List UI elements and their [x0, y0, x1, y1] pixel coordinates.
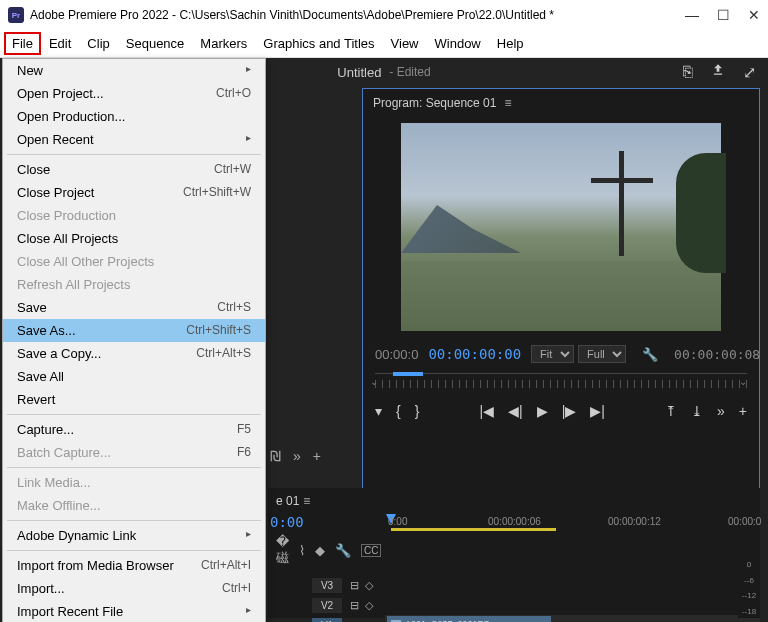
mark-in-icon[interactable]: {: [396, 403, 401, 419]
step-back-icon[interactable]: ◀|: [508, 403, 523, 419]
button-editor-icon[interactable]: +: [739, 403, 747, 419]
menu-item-make-offline: Make Offline...: [3, 494, 265, 517]
menu-help[interactable]: Help: [489, 32, 532, 55]
menu-sequence[interactable]: Sequence: [118, 32, 193, 55]
toggle-output-icon[interactable]: ⊟: [350, 599, 359, 612]
timeline-panel: e 01 ≡ 0:00 �磁 ⌇ ◆ 🔧 CC 0:00 00:00:: [268, 488, 760, 618]
menu-window[interactable]: Window: [427, 32, 489, 55]
fullscreen-icon[interactable]: ⤢: [743, 63, 756, 82]
menu-shortcut: Ctrl+Alt+S: [196, 346, 251, 361]
menu-item-close[interactable]: CloseCtrl+W: [3, 158, 265, 181]
video-clip[interactable]: A001_C037_0921FG: [387, 616, 551, 622]
source-insert-icon[interactable]: ₪: [270, 448, 281, 464]
marker-add-icon[interactable]: ▾: [375, 403, 382, 419]
menu-item-close-project[interactable]: Close ProjectCtrl+Shift+W: [3, 181, 265, 204]
menu-separator: [7, 550, 261, 551]
toggle-output-icon[interactable]: ⊟: [350, 579, 359, 592]
menu-item-save-as[interactable]: Save As...Ctrl+Shift+S: [3, 319, 265, 342]
quick-export-icon[interactable]: ⎘: [683, 63, 693, 82]
timeline-timecode[interactable]: 0:00: [268, 514, 388, 530]
submenu-arrow-icon: ▸: [246, 63, 251, 78]
workspace-tab[interactable]: Untitled: [337, 65, 381, 80]
menu-item-import-recent-file[interactable]: Import Recent File▸: [3, 600, 265, 622]
edited-indicator: - Edited: [389, 65, 430, 79]
menu-graphics-and-titles[interactable]: Graphics and Titles: [255, 32, 382, 55]
cc-icon[interactable]: CC: [361, 544, 381, 557]
menu-item-label: Open Production...: [17, 109, 125, 124]
menu-item-save-a-copy[interactable]: Save a Copy...Ctrl+Alt+S: [3, 342, 265, 365]
menu-item-label: Capture...: [17, 422, 74, 437]
lift-icon[interactable]: ⤒: [665, 403, 677, 419]
timeline-ruler[interactable]: 0:00 00:00:00:06 00:00:00:12 00:00:0: [388, 514, 760, 534]
menu-separator: [7, 414, 261, 415]
toggle-sync-icon[interactable]: ◇: [365, 579, 373, 592]
menu-markers[interactable]: Markers: [192, 32, 255, 55]
menu-item-adobe-dynamic-link[interactable]: Adobe Dynamic Link▸: [3, 524, 265, 547]
menu-item-import[interactable]: Import...Ctrl+I: [3, 577, 265, 600]
export-frame-icon[interactable]: »: [717, 403, 725, 419]
track-v3[interactable]: V3 ⊟◇: [268, 575, 760, 595]
menu-item-open-production[interactable]: Open Production...: [3, 105, 265, 128]
menu-item-label: Import...: [17, 581, 65, 596]
menu-clip[interactable]: Clip: [79, 32, 117, 55]
resolution-select[interactable]: Full: [578, 345, 626, 363]
menu-separator: [7, 154, 261, 155]
linked-selection-icon[interactable]: ⌇: [299, 543, 305, 558]
step-forward-icon[interactable]: |▶: [562, 403, 577, 419]
menu-item-close-all-projects[interactable]: Close All Projects: [3, 227, 265, 250]
toggle-output-icon[interactable]: ⊟: [350, 619, 359, 623]
program-scrubber[interactable]: ⌄⌄: [375, 373, 747, 393]
settings-wrench-icon[interactable]: 🔧: [642, 347, 658, 362]
timecode-duration: 00:00:00:08: [674, 347, 760, 362]
menu-item-label: Make Offline...: [17, 498, 101, 513]
menu-item-label: Revert: [17, 392, 55, 407]
extract-icon[interactable]: ⤓: [691, 403, 703, 419]
settings-icon[interactable]: 🔧: [335, 543, 351, 558]
minimize-button[interactable]: —: [685, 7, 699, 23]
timecode-left: 00:00:0: [375, 347, 418, 362]
menu-view[interactable]: View: [383, 32, 427, 55]
video-preview[interactable]: [401, 123, 721, 331]
menu-item-open-recent[interactable]: Open Recent▸: [3, 128, 265, 151]
close-button[interactable]: ✕: [748, 7, 760, 23]
menubar: FileEditClipSequenceMarkersGraphics and …: [0, 30, 768, 58]
toggle-sync-icon[interactable]: ◇: [365, 619, 373, 623]
menu-item-label: Save All: [17, 369, 64, 384]
menu-item-label: Open Recent: [17, 132, 94, 147]
menu-item-label: Import Recent File: [17, 604, 123, 619]
track-v1[interactable]: V1 ⊟◇ A001_C037_0921FG: [268, 615, 760, 622]
menu-item-batch-capture: Batch Capture...F6: [3, 441, 265, 464]
submenu-arrow-icon: ▸: [246, 132, 251, 147]
timecode-main[interactable]: 00:00:00:00: [428, 346, 521, 362]
play-icon[interactable]: ▶: [537, 403, 548, 419]
menu-item-save-all[interactable]: Save All: [3, 365, 265, 388]
menu-shortcut: Ctrl+W: [214, 162, 251, 177]
menu-item-capture[interactable]: Capture...F5: [3, 418, 265, 441]
track-v2[interactable]: V2 ⊟◇: [268, 595, 760, 615]
program-title: Program: Sequence 01: [373, 96, 496, 110]
menu-item-import-from-media-browser[interactable]: Import from Media BrowserCtrl+Alt+I: [3, 554, 265, 577]
menu-item-open-project[interactable]: Open Project...Ctrl+O: [3, 82, 265, 105]
sequence-tab[interactable]: e 01: [276, 494, 299, 508]
source-plus-icon[interactable]: +: [313, 448, 321, 464]
marker-icon[interactable]: ◆: [315, 543, 325, 558]
zoom-fit-select[interactable]: Fit: [531, 345, 574, 363]
panel-menu-icon[interactable]: ≡: [504, 96, 511, 110]
timeline-menu-icon[interactable]: ≡: [303, 494, 310, 508]
source-overwrite-icon[interactable]: »: [293, 448, 301, 464]
menu-item-new[interactable]: New▸: [3, 59, 265, 82]
go-to-in-icon[interactable]: |◀: [479, 403, 494, 419]
source-transport: ₪ » +: [270, 448, 321, 464]
toggle-sync-icon[interactable]: ◇: [365, 599, 373, 612]
mark-out-icon[interactable]: }: [415, 403, 420, 419]
menu-edit[interactable]: Edit: [41, 32, 79, 55]
maximize-button[interactable]: ☐: [717, 7, 730, 23]
menu-item-revert[interactable]: Revert: [3, 388, 265, 411]
share-icon[interactable]: [711, 63, 725, 82]
file-menu: New▸Open Project...Ctrl+OOpen Production…: [2, 58, 266, 622]
go-to-out-icon[interactable]: ▶|: [590, 403, 605, 419]
snap-icon[interactable]: �磁: [276, 534, 289, 567]
menu-file[interactable]: File: [4, 32, 41, 55]
menu-item-save[interactable]: SaveCtrl+S: [3, 296, 265, 319]
menu-item-label: Import from Media Browser: [17, 558, 174, 573]
